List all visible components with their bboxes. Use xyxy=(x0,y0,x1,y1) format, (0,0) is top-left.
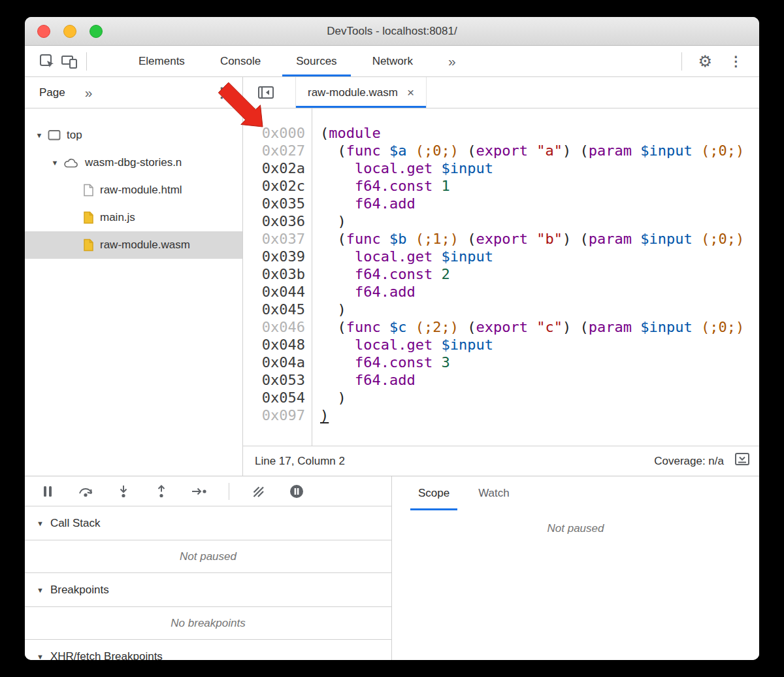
close-tab-icon[interactable]: × xyxy=(407,86,414,100)
editor-tab-raw-module-wasm[interactable]: raw-module.wasm × xyxy=(295,77,427,108)
toolbar-divider xyxy=(86,52,87,71)
file-tree: ▼top▼wasm-dbg-stories.nraw-module.htmlma… xyxy=(25,108,242,476)
tree-item-label: main.js xyxy=(100,211,135,224)
tab-sources[interactable]: Sources xyxy=(278,46,354,76)
editor-pane: raw-module.wasm × 0x0000x0270x02a0x02c0x… xyxy=(243,77,759,476)
editor-tab-label: raw-module.wasm xyxy=(308,86,398,99)
main-menu-icon[interactable]: ⋮ xyxy=(723,54,750,69)
code-line[interactable]: (func $a (;0;) (export "a") (param $inpu… xyxy=(320,142,759,159)
gutter-address[interactable]: 0x044 xyxy=(243,283,312,301)
toolbar-divider xyxy=(681,52,682,71)
toolbar-right: ⚙ ⋮ xyxy=(676,52,750,71)
code-line[interactable]: f64.const 1 xyxy=(320,177,759,195)
script-icon xyxy=(83,239,94,252)
expander-triangle-icon[interactable]: ▼ xyxy=(48,159,61,167)
tab-network[interactable]: Network xyxy=(355,46,431,76)
tab-console[interactable]: Console xyxy=(203,46,278,76)
tree-item-raw-module-html[interactable]: raw-module.html xyxy=(25,176,242,204)
code-line[interactable]: f64.const 3 xyxy=(320,354,759,371)
gutter-address[interactable]: 0x04a xyxy=(243,354,312,371)
gutter-address[interactable]: 0x054 xyxy=(243,389,312,406)
tab-elements[interactable]: Elements xyxy=(121,46,203,76)
scope-watch-pane: Scope Watch Not paused xyxy=(392,476,759,660)
gutter-address[interactable]: 0x03b xyxy=(243,265,312,283)
gutter-address[interactable]: 0x053 xyxy=(243,371,312,389)
gutter-address[interactable]: 0x02c xyxy=(243,177,312,195)
gutter-address[interactable]: 0x037 xyxy=(243,230,312,248)
code-line[interactable]: ) xyxy=(320,212,759,230)
debugger-toolbar-divider xyxy=(229,483,229,500)
code-line[interactable]: local.get $input xyxy=(320,159,759,177)
gutter-address[interactable]: 0x045 xyxy=(243,301,312,318)
step-out-icon[interactable] xyxy=(153,484,170,499)
tree-item-raw-module-wasm[interactable]: raw-module.wasm xyxy=(25,231,242,259)
breakpoints-message: No breakpoints xyxy=(25,607,391,640)
more-navigator-tabs-icon[interactable]: » xyxy=(85,85,93,101)
code-line[interactable]: f64.add xyxy=(320,371,759,389)
tree-item-main-js[interactable]: main.js xyxy=(25,204,242,231)
tab-scope[interactable]: Scope xyxy=(408,476,460,510)
navigator-menu-icon[interactable]: ⋮ xyxy=(208,85,236,101)
step-over-icon[interactable] xyxy=(77,484,94,499)
triangle-down-icon: ▼ xyxy=(37,653,44,661)
code-line[interactable]: ) xyxy=(320,389,759,406)
hide-navigator-icon[interactable] xyxy=(257,77,274,108)
expander-triangle-icon[interactable]: ▼ xyxy=(33,131,46,139)
editor-statusbar: Line 17, Column 2 Coverage: n/a xyxy=(243,446,759,476)
call-stack-title: Call Stack xyxy=(50,517,101,530)
tree-item-wasm-dbg-stories-n[interactable]: ▼wasm-dbg-stories.n xyxy=(25,149,242,176)
gutter-address[interactable]: 0x048 xyxy=(243,336,312,354)
frame-icon xyxy=(48,129,61,141)
code-line[interactable]: f64.const 2 xyxy=(320,265,759,283)
code-line[interactable]: (module xyxy=(320,124,759,142)
panel-tabs: Elements Console Sources Network » xyxy=(121,46,474,76)
screenshot-background: DevTools - localhost:8081/ Elements Cons… xyxy=(0,0,784,677)
minimize-window-button[interactable] xyxy=(63,25,76,38)
step-icon[interactable] xyxy=(191,484,208,499)
code-line[interactable]: ) xyxy=(320,406,759,424)
triangle-down-icon: ▼ xyxy=(37,520,44,527)
debugger-toolbar xyxy=(25,476,391,506)
code-line[interactable]: local.get $input xyxy=(320,336,759,354)
gutter-address[interactable]: 0x046 xyxy=(243,318,312,336)
gutter-address[interactable]: 0x02a xyxy=(243,159,312,177)
device-toolbar-icon[interactable] xyxy=(59,50,81,73)
cursor-position: Line 17, Column 2 xyxy=(255,455,345,468)
pause-on-exceptions-icon[interactable] xyxy=(288,484,305,499)
close-window-button[interactable] xyxy=(37,25,50,38)
code-line[interactable]: f64.add xyxy=(320,195,759,212)
code-gutter: 0x0000x0270x02a0x02c0x0350x0360x0370x039… xyxy=(243,108,312,446)
gutter-address[interactable]: 0x039 xyxy=(243,248,312,265)
coverage-drawer-icon[interactable] xyxy=(734,452,750,470)
settings-gear-icon[interactable]: ⚙ xyxy=(698,52,712,71)
xhr-breakpoints-section-header[interactable]: ▼ XHR/fetch Breakpoints xyxy=(25,640,391,660)
code-line[interactable]: ) xyxy=(320,301,759,318)
deactivate-breakpoints-icon[interactable] xyxy=(250,484,267,499)
tab-watch[interactable]: Watch xyxy=(468,476,520,510)
gutter-address[interactable]: 0x000 xyxy=(243,124,312,142)
code-line[interactable]: (func $c (;2;) (export "c") (param $inpu… xyxy=(320,318,759,336)
zoom-window-button[interactable] xyxy=(90,25,103,38)
gutter-address[interactable]: 0x027 xyxy=(243,142,312,159)
breakpoints-section-header[interactable]: ▼ Breakpoints xyxy=(25,573,391,607)
gutter-address[interactable]: 0x035 xyxy=(243,195,312,212)
doc-icon xyxy=(83,184,94,197)
step-into-icon[interactable] xyxy=(115,484,132,499)
code-line[interactable]: local.get $input xyxy=(320,248,759,265)
pause-script-icon[interactable] xyxy=(39,484,56,499)
tree-item-label: raw-module.wasm xyxy=(100,239,190,252)
tab-page[interactable]: Page xyxy=(39,86,65,99)
call-stack-section-header[interactable]: ▼ Call Stack xyxy=(25,506,391,540)
code-area: 0x0000x0270x02a0x02c0x0350x0360x0370x039… xyxy=(243,108,759,446)
inspect-icon[interactable] xyxy=(37,50,59,73)
code-line[interactable]: (func $b (;1;) (export "b") (param $inpu… xyxy=(320,230,759,248)
more-panels-icon[interactable]: » xyxy=(431,46,474,76)
tree-item-top[interactable]: ▼top xyxy=(25,122,242,149)
code-line[interactable]: f64.add xyxy=(320,283,759,301)
scope-message: Not paused xyxy=(392,522,759,535)
tree-item-label: wasm-dbg-stories.n xyxy=(85,156,182,169)
gutter-address[interactable]: 0x097 xyxy=(243,406,312,424)
debugger-panel: ▼ Call Stack Not paused ▼ Breakpoints No… xyxy=(25,476,759,660)
gutter-address[interactable]: 0x036 xyxy=(243,212,312,230)
code-content: (module (func $a (;0;) (export "a") (par… xyxy=(312,108,759,446)
